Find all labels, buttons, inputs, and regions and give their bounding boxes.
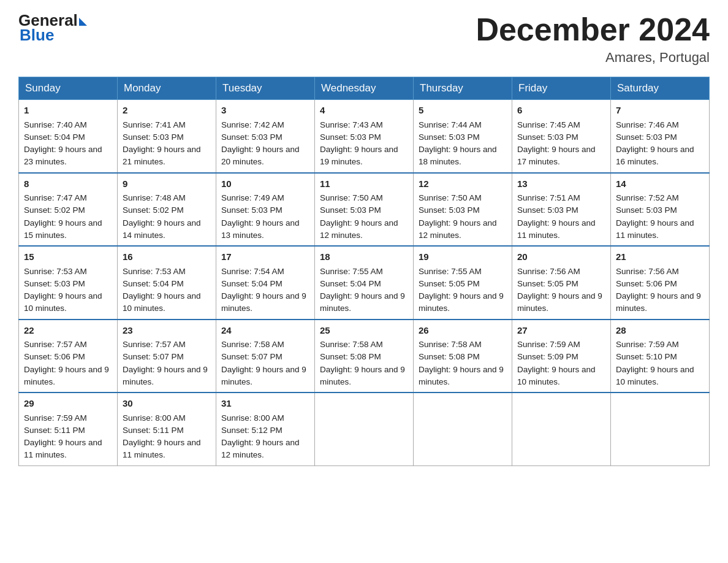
day-number: 13 [517, 177, 605, 191]
calendar-week-row: 29Sunrise: 7:59 AMSunset: 5:11 PMDayligh… [19, 393, 710, 465]
calendar-cell: 17Sunrise: 7:54 AMSunset: 5:04 PMDayligh… [216, 246, 315, 320]
calendar-cell: 19Sunrise: 7:55 AMSunset: 5:05 PMDayligh… [414, 246, 512, 320]
day-number: 12 [419, 177, 507, 191]
day-header-monday: Monday [118, 77, 216, 100]
calendar-cell [611, 393, 710, 465]
day-number: 19 [419, 250, 507, 264]
day-header-sunday: Sunday [19, 77, 118, 100]
logo: General Blue [18, 12, 87, 45]
calendar-cell: 18Sunrise: 7:55 AMSunset: 5:04 PMDayligh… [315, 246, 414, 320]
day-number: 1 [24, 104, 112, 118]
day-number: 5 [419, 104, 507, 118]
calendar-week-row: 1Sunrise: 7:40 AMSunset: 5:04 PMDaylight… [19, 100, 710, 173]
calendar-week-row: 8Sunrise: 7:47 AMSunset: 5:02 PMDaylight… [19, 173, 710, 247]
calendar-cell: 12Sunrise: 7:50 AMSunset: 5:03 PMDayligh… [414, 173, 512, 247]
calendar-cell: 14Sunrise: 7:52 AMSunset: 5:03 PMDayligh… [611, 173, 710, 247]
calendar-table: SundayMondayTuesdayWednesdayThursdayFrid… [18, 77, 710, 466]
day-number: 28 [616, 324, 704, 338]
day-number: 27 [517, 324, 605, 338]
day-number: 25 [320, 324, 408, 338]
calendar-cell: 26Sunrise: 7:58 AMSunset: 5:08 PMDayligh… [414, 320, 512, 393]
calendar-cell: 21Sunrise: 7:56 AMSunset: 5:06 PMDayligh… [611, 246, 710, 320]
day-number: 31 [221, 397, 309, 411]
title-area: December 2024 Amares, Portugal [476, 12, 710, 66]
calendar-cell: 2Sunrise: 7:41 AMSunset: 5:03 PMDaylight… [118, 100, 216, 173]
calendar-cell: 6Sunrise: 7:45 AMSunset: 5:03 PMDaylight… [512, 100, 611, 173]
calendar-cell: 5Sunrise: 7:44 AMSunset: 5:03 PMDaylight… [414, 100, 512, 173]
calendar-header-row: SundayMondayTuesdayWednesdayThursdayFrid… [19, 77, 710, 100]
calendar-cell: 29Sunrise: 7:59 AMSunset: 5:11 PMDayligh… [19, 393, 118, 465]
logo-triangle-icon [79, 18, 87, 26]
day-header-thursday: Thursday [414, 77, 512, 100]
calendar-cell: 11Sunrise: 7:50 AMSunset: 5:03 PMDayligh… [315, 173, 414, 247]
calendar-cell: 27Sunrise: 7:59 AMSunset: 5:09 PMDayligh… [512, 320, 611, 393]
calendar-cell: 8Sunrise: 7:47 AMSunset: 5:02 PMDaylight… [19, 173, 118, 247]
calendar-cell: 13Sunrise: 7:51 AMSunset: 5:03 PMDayligh… [512, 173, 611, 247]
day-number: 6 [517, 104, 605, 118]
calendar-cell: 28Sunrise: 7:59 AMSunset: 5:10 PMDayligh… [611, 320, 710, 393]
calendar-week-row: 22Sunrise: 7:57 AMSunset: 5:06 PMDayligh… [19, 320, 710, 393]
calendar-cell: 10Sunrise: 7:49 AMSunset: 5:03 PMDayligh… [216, 173, 315, 247]
day-number: 29 [24, 397, 112, 411]
calendar-cell: 3Sunrise: 7:42 AMSunset: 5:03 PMDaylight… [216, 100, 315, 173]
logo-blue-text: Blue [20, 26, 54, 45]
page-header: General Blue December 2024 Amares, Portu… [18, 12, 710, 66]
calendar-cell: 7Sunrise: 7:46 AMSunset: 5:03 PMDaylight… [611, 100, 710, 173]
calendar-week-row: 15Sunrise: 7:53 AMSunset: 5:03 PMDayligh… [19, 246, 710, 320]
calendar-cell [512, 393, 611, 465]
calendar-cell: 31Sunrise: 8:00 AMSunset: 5:12 PMDayligh… [216, 393, 315, 465]
day-number: 10 [221, 177, 309, 191]
calendar-cell: 24Sunrise: 7:58 AMSunset: 5:07 PMDayligh… [216, 320, 315, 393]
day-number: 17 [221, 250, 309, 264]
calendar-cell: 9Sunrise: 7:48 AMSunset: 5:02 PMDaylight… [118, 173, 216, 247]
day-number: 15 [24, 250, 112, 264]
calendar-cell [315, 393, 414, 465]
day-header-tuesday: Tuesday [216, 77, 315, 100]
day-number: 8 [24, 177, 112, 191]
calendar-cell [414, 393, 512, 465]
month-title: December 2024 [476, 12, 710, 47]
day-number: 22 [24, 324, 112, 338]
calendar-cell: 20Sunrise: 7:56 AMSunset: 5:05 PMDayligh… [512, 246, 611, 320]
calendar-cell: 15Sunrise: 7:53 AMSunset: 5:03 PMDayligh… [19, 246, 118, 320]
day-number: 14 [616, 177, 704, 191]
calendar-cell: 30Sunrise: 8:00 AMSunset: 5:11 PMDayligh… [118, 393, 216, 465]
day-header-saturday: Saturday [611, 77, 710, 100]
calendar-cell: 22Sunrise: 7:57 AMSunset: 5:06 PMDayligh… [19, 320, 118, 393]
calendar-cell: 23Sunrise: 7:57 AMSunset: 5:07 PMDayligh… [118, 320, 216, 393]
calendar-cell: 1Sunrise: 7:40 AMSunset: 5:04 PMDaylight… [19, 100, 118, 173]
location-title: Amares, Portugal [476, 50, 710, 66]
day-number: 23 [123, 324, 211, 338]
day-number: 20 [517, 250, 605, 264]
day-number: 18 [320, 250, 408, 264]
day-number: 2 [123, 104, 211, 118]
day-header-friday: Friday [512, 77, 611, 100]
day-number: 3 [221, 104, 309, 118]
day-number: 9 [123, 177, 211, 191]
day-header-wednesday: Wednesday [315, 77, 414, 100]
calendar-cell: 25Sunrise: 7:58 AMSunset: 5:08 PMDayligh… [315, 320, 414, 393]
day-number: 26 [419, 324, 507, 338]
day-number: 16 [123, 250, 211, 264]
day-number: 24 [221, 324, 309, 338]
day-number: 7 [616, 104, 704, 118]
day-number: 21 [616, 250, 704, 264]
calendar-cell: 4Sunrise: 7:43 AMSunset: 5:03 PMDaylight… [315, 100, 414, 173]
day-number: 30 [123, 397, 211, 411]
calendar-cell: 16Sunrise: 7:53 AMSunset: 5:04 PMDayligh… [118, 246, 216, 320]
day-number: 11 [320, 177, 408, 191]
day-number: 4 [320, 104, 408, 118]
